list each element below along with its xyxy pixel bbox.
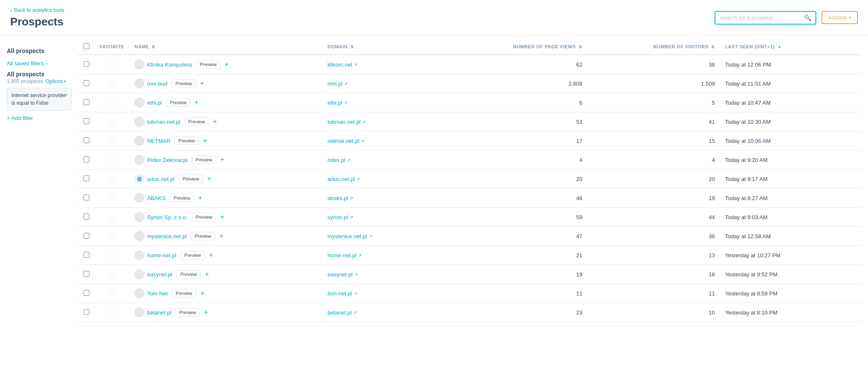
- favorite-star-icon[interactable]: ☆: [109, 271, 115, 278]
- favorite-star-icon[interactable]: ☆: [109, 80, 115, 87]
- col-domain[interactable]: DOMAIN ⇅: [323, 39, 440, 55]
- add-icon[interactable]: +: [209, 251, 213, 259]
- preview-button[interactable]: Preview: [175, 136, 199, 145]
- preview-button[interactable]: Preview: [184, 117, 209, 126]
- col-page-views[interactable]: NUMBER OF PAGE VIEWS ⇅: [440, 39, 587, 55]
- preview-button[interactable]: Preview: [172, 79, 196, 88]
- preview-button[interactable]: Preview: [179, 175, 203, 183]
- add-icon[interactable]: +: [213, 118, 217, 125]
- domain-link[interactable]: mm.pl ↗: [328, 81, 435, 87]
- company-name-link[interactable]: betanet.pl: [147, 309, 171, 316]
- add-icon[interactable]: +: [225, 61, 228, 68]
- actions-button[interactable]: Actions: [821, 11, 858, 24]
- domain-link[interactable]: lubman.net.pl ↗: [328, 119, 435, 125]
- company-name-link[interactable]: easynet.pl: [147, 271, 172, 278]
- company-name-link[interactable]: myslenice.net.pl: [147, 233, 186, 239]
- domain-link[interactable]: easynet.pl ↗: [328, 271, 435, 278]
- preview-button[interactable]: Preview: [170, 194, 194, 202]
- back-link[interactable]: Back to analytics tools: [10, 7, 64, 14]
- row-checkbox[interactable]: [83, 214, 89, 220]
- search-input[interactable]: [720, 14, 804, 21]
- saved-filters-link[interactable]: All saved filters: [7, 60, 72, 67]
- col-name[interactable]: NAME ⇅: [129, 39, 323, 55]
- favorite-star-icon[interactable]: ☆: [109, 137, 115, 145]
- add-icon[interactable]: +: [203, 137, 207, 145]
- preview-button[interactable]: Preview: [166, 98, 190, 107]
- domain-link[interactable]: netmar.net.pl ↗: [328, 138, 435, 144]
- preview-button[interactable]: Preview: [192, 156, 216, 164]
- add-icon[interactable]: +: [220, 156, 224, 164]
- add-icon[interactable]: +: [200, 289, 204, 297]
- company-name-link[interactable]: lubman.net.pl: [147, 119, 180, 125]
- company-name-link[interactable]: artus.net.pl: [147, 176, 174, 182]
- domain-link[interactable]: ridex.pl ↗: [328, 157, 435, 163]
- add-icon[interactable]: +: [200, 80, 204, 87]
- row-checkbox[interactable]: [83, 290, 89, 296]
- domain-link[interactable]: abaks.pl ↗: [328, 195, 435, 201]
- col-visitors[interactable]: NUMBER OF VISITORS ⇅: [587, 39, 720, 55]
- preview-button[interactable]: Preview: [192, 213, 216, 221]
- preview-button[interactable]: Preview: [181, 251, 205, 259]
- company-name-link[interactable]: mm-bud: [147, 81, 167, 87]
- favorite-star-icon[interactable]: ☆: [109, 61, 115, 68]
- options-link[interactable]: Options: [45, 78, 66, 84]
- favorite-star-icon[interactable]: ☆: [109, 195, 115, 202]
- domain-link[interactable]: klikom.net ↗: [328, 61, 435, 68]
- add-icon[interactable]: +: [220, 213, 224, 221]
- add-icon[interactable]: +: [205, 270, 209, 278]
- domain-link[interactable]: ethi.pl ↗: [328, 100, 435, 106]
- col-last-seen[interactable]: LAST SEEN (GMT+1) ▼: [720, 39, 861, 55]
- company-name-link[interactable]: NETMAR: [147, 138, 170, 144]
- add-icon[interactable]: +: [204, 309, 208, 316]
- company-name-link[interactable]: Ridex Dekoracja: [147, 157, 187, 163]
- preview-button[interactable]: Preview: [175, 308, 200, 317]
- add-icon[interactable]: +: [220, 232, 223, 240]
- favorite-star-icon[interactable]: ☆: [109, 118, 115, 125]
- domain-link[interactable]: betanet.pl ↗: [328, 309, 435, 316]
- add-filter-button[interactable]: + Add filter: [7, 115, 72, 121]
- row-checkbox[interactable]: [83, 137, 89, 143]
- row-checkbox[interactable]: [83, 271, 89, 277]
- add-icon[interactable]: +: [195, 99, 198, 106]
- select-all-checkbox[interactable]: [83, 43, 89, 49]
- favorite-star-icon[interactable]: ☆: [109, 99, 115, 106]
- row-checkbox[interactable]: [83, 118, 89, 124]
- row-checkbox[interactable]: [83, 99, 89, 105]
- company-name-link[interactable]: Tom Net: [147, 290, 167, 297]
- favorite-star-icon[interactable]: ☆: [109, 214, 115, 221]
- domain-link[interactable]: artus.net.pl ↗: [328, 176, 435, 182]
- add-icon[interactable]: +: [207, 175, 211, 183]
- favorite-star-icon[interactable]: ☆: [109, 175, 115, 183]
- search-box[interactable]: 🔍: [715, 11, 816, 25]
- row-checkbox[interactable]: [83, 61, 89, 67]
- favorite-star-icon[interactable]: ☆: [109, 252, 115, 259]
- favorite-star-icon[interactable]: ☆: [109, 233, 115, 240]
- preview-button[interactable]: Preview: [196, 60, 220, 69]
- preview-button[interactable]: Preview: [191, 232, 215, 240]
- preview-button[interactable]: Preview: [176, 270, 200, 278]
- domain-link[interactable]: myslenice.net.pl ↗: [328, 233, 435, 239]
- add-icon[interactable]: +: [198, 194, 202, 202]
- company-name-link[interactable]: Klinika Komputera: [147, 61, 192, 68]
- row-checkbox[interactable]: [83, 233, 89, 239]
- domain-link[interactable]: home-net.pl ↗: [328, 252, 435, 259]
- row-checkbox[interactable]: [83, 156, 89, 162]
- row-checkbox[interactable]: [83, 252, 89, 258]
- company-name-link[interactable]: home-net.pl: [147, 252, 176, 259]
- row-checkbox[interactable]: [83, 309, 89, 315]
- remove-filter-button[interactable]: ×: [64, 91, 68, 99]
- domain-link[interactable]: tom-net.pl ↗: [328, 290, 435, 297]
- domain-link[interactable]: syrion.pl ↗: [328, 214, 435, 220]
- favorite-star-icon[interactable]: ☆: [109, 290, 115, 297]
- company-name-link[interactable]: ethi.pl: [147, 100, 162, 106]
- row-checkbox[interactable]: [83, 195, 89, 200]
- preview-button[interactable]: Preview: [172, 289, 196, 298]
- last-seen-cell: Yesterday at 10:27 PM: [720, 246, 861, 265]
- row-checkbox[interactable]: [83, 175, 89, 181]
- row-checkbox[interactable]: [83, 80, 89, 86]
- company-name-link[interactable]: ABAKS: [147, 195, 165, 201]
- company-name-link[interactable]: Syrion Sp. z o.o.: [147, 214, 187, 220]
- favorite-star-icon[interactable]: ☆: [109, 309, 115, 316]
- favorite-star-icon[interactable]: ☆: [109, 156, 115, 164]
- page-views-cell: 23: [440, 303, 587, 322]
